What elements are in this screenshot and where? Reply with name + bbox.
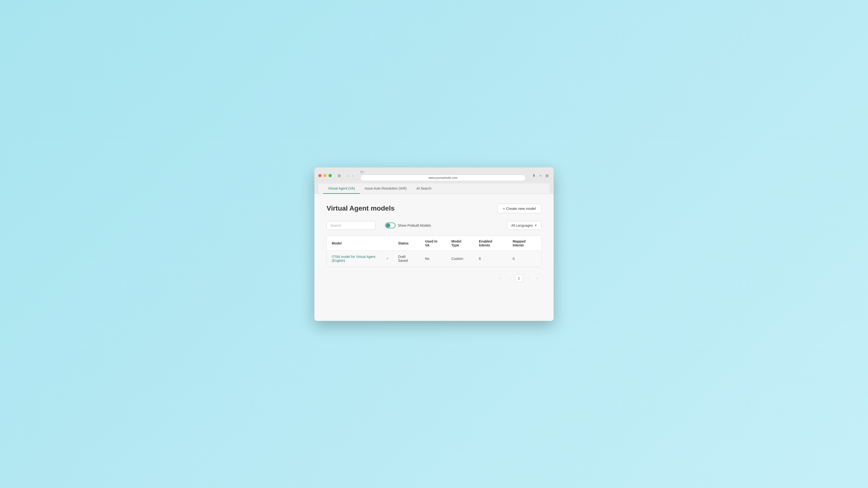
toggle-label: Show Prebuilt Models <box>398 224 431 227</box>
table-container: Model Status Used In VA Model Type Enabl… <box>327 236 541 267</box>
forward-button[interactable]: › <box>350 173 355 178</box>
prev-page-button[interactable]: ‹ <box>506 274 514 282</box>
page-header: Virtual Agent models + Create new model <box>327 204 541 213</box>
models-table: Model Status Used In VA Model Type Enabl… <box>327 236 541 267</box>
address-bar-container: 🛡 <box>360 170 526 181</box>
cell-model-type: Custom <box>446 251 474 266</box>
cell-model-name: ITSM model for Virtual Agent (English) ↗ <box>327 251 393 266</box>
new-tab-button[interactable]: + <box>538 172 542 178</box>
external-link-icon: ↗ <box>386 257 389 260</box>
col-enabled-intents: Enabled Intents <box>474 236 508 251</box>
col-mapped-intents: Mapped Intents <box>508 236 541 251</box>
main-content: Virtual Agent models + Create new model … <box>314 194 554 321</box>
table-header-row: Model Status Used In VA Model Type Enabl… <box>327 236 541 251</box>
toggle-container: Show Prebuilt Models <box>385 223 431 228</box>
model-name-text: ITSM model for Virtual Agent (English) <box>332 255 384 263</box>
traffic-light-red[interactable] <box>318 174 321 177</box>
language-dropdown[interactable]: All Languages ▼ <box>507 221 541 230</box>
tab-virtual-agent[interactable]: Virtual Agent (VA) <box>323 184 360 194</box>
cell-enabled-intents: 6 <box>474 251 508 266</box>
first-page-button[interactable]: « <box>496 274 504 282</box>
grid-button[interactable]: ⊞ <box>545 172 550 179</box>
sidebar-toggle-button[interactable]: ⊞ <box>336 173 343 178</box>
create-new-model-button[interactable]: + Create new model <box>497 204 541 213</box>
browser-tabs: Virtual Agent (VA) Issue Auto Resolution… <box>318 184 550 194</box>
browser-actions: ⬆ + ⊞ <box>531 172 550 179</box>
prebuilt-models-toggle[interactable] <box>385 223 396 228</box>
back-button[interactable]: ‹ <box>346 173 350 178</box>
tab-ai-search[interactable]: AI Search <box>411 184 436 194</box>
next-page-button[interactable]: › <box>524 274 532 282</box>
cell-status: Draft Saved <box>393 251 420 266</box>
last-page-button[interactable]: » <box>534 274 541 282</box>
col-model-type: Model Type <box>446 236 474 251</box>
share-button[interactable]: ⬆ <box>531 172 536 179</box>
toolbar: Show Prebuilt Models All Languages ▼ <box>327 221 541 230</box>
cell-mapped-intents: 0 <box>508 251 541 266</box>
cell-used-in-va: No <box>420 251 446 266</box>
chevron-down-icon: ▼ <box>534 224 537 227</box>
page-title: Virtual Agent models <box>327 204 395 212</box>
address-bar[interactable] <box>360 175 526 181</box>
language-label: All Languages <box>511 224 533 227</box>
col-status: Status <box>393 236 420 251</box>
browser-chrome: ⊞ ‹ › 🛡 ⬆ + ⊞ Virtual Agent (VA) Issue A… <box>314 167 554 194</box>
table-row: ITSM model for Virtual Agent (English) ↗… <box>327 251 541 266</box>
toggle-knob <box>386 223 390 228</box>
pagination: « ‹ 1 › » <box>327 274 541 282</box>
tab-iar[interactable]: Issue Auto Resolution (IAR) <box>360 184 411 194</box>
browser-controls: ⊞ ‹ › 🛡 ⬆ + ⊞ <box>318 170 550 181</box>
shield-icon: 🛡 <box>360 170 364 174</box>
current-page-button[interactable]: 1 <box>515 274 523 282</box>
traffic-light-yellow[interactable] <box>323 174 327 177</box>
col-model: Model <box>327 236 393 251</box>
nav-buttons: ‹ › <box>346 173 354 178</box>
model-link[interactable]: ITSM model for Virtual Agent (English) ↗ <box>332 255 389 263</box>
col-used-in-va: Used In VA <box>420 236 446 251</box>
browser-window: ⊞ ‹ › 🛡 ⬆ + ⊞ Virtual Agent (VA) Issue A… <box>314 167 554 321</box>
search-input[interactable] <box>327 221 375 230</box>
traffic-light-green[interactable] <box>329 174 332 177</box>
